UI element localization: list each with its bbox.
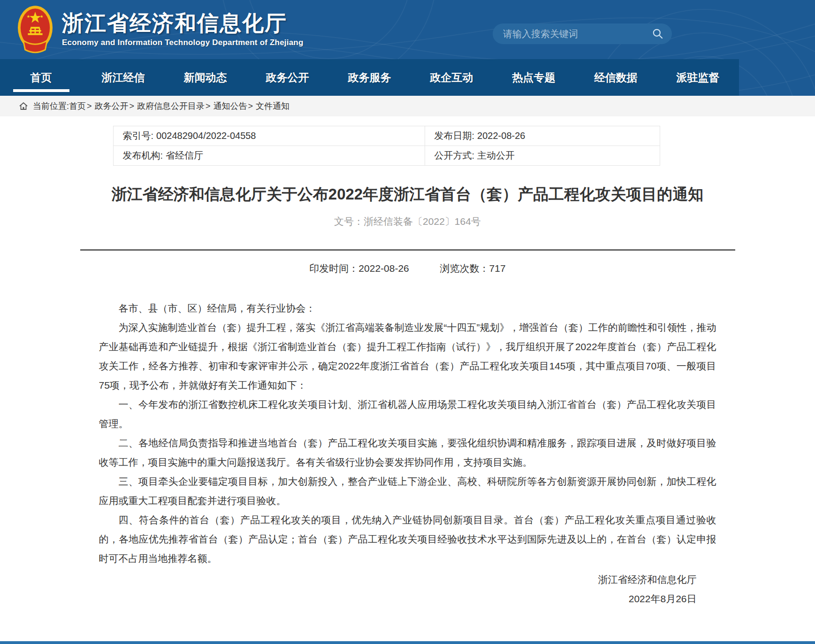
info-value: 002482904/2022-04558: [156, 130, 256, 141]
site-banner: ★ ★ 浙江省经济和信息化厅 Economy and Information T…: [0, 0, 815, 96]
article-paragraph: 二、各地经信局负责指导和推进当地首台（套）产品工程化攻关项目实施，要强化组织协调…: [99, 433, 716, 472]
doc-info-table: 索引号:002482904/2022-04558 发布日期:2022-08-26…: [113, 126, 660, 166]
info-label: 公开方式:: [434, 150, 475, 161]
footer-top-strip: [0, 641, 815, 644]
breadcrumb-item-info-catalog[interactable]: 政府信息公开目录: [137, 100, 205, 112]
signature-block: 浙江省经济和信息化厅 2022年8月26日: [99, 570, 716, 608]
site-header: ★ ★ 浙江省经济和信息化厅 Economy and Information T…: [0, 0, 815, 59]
main-nav: 首页 浙江经信 新闻动态 政务公开 政务服务 政企互动 热点专题 经信数据: [0, 59, 739, 96]
nav-item-gov-services[interactable]: 政务服务: [328, 59, 411, 96]
article-meta: 印发时间：2022-08-26 浏览次数：717: [99, 262, 716, 275]
info-label: 索引号:: [123, 130, 154, 141]
svg-text:★: ★: [26, 14, 30, 19]
national-emblem-icon: ★ ★: [17, 5, 53, 54]
nav-item-label: 新闻动态: [184, 70, 227, 85]
home-icon: [19, 101, 28, 111]
nav-item-label: 经信数据: [594, 70, 638, 85]
search-icon[interactable]: [651, 27, 664, 40]
nav-item-gov-enterprise[interactable]: 政企互动: [411, 59, 493, 96]
breadcrumb-item-home[interactable]: 首页: [69, 100, 86, 112]
doc-number-label: 文号：: [334, 216, 364, 227]
article-paragraph: 各市、县（市、区）经信局，有关行业协会：: [99, 299, 716, 318]
nav-item-zhejiang-jingxin[interactable]: 浙江经信: [82, 59, 164, 96]
nav-item-home[interactable]: 首页: [0, 59, 82, 96]
signature-org: 浙江省经济和信息化厅: [99, 570, 697, 589]
breadcrumb: 当前位置: 首页 > 政务公开 > 政府信息公开目录 > 通知公告 > 文件通知: [0, 96, 815, 116]
views-label: 浏览次数：: [440, 263, 489, 274]
views-value: 717: [489, 263, 506, 274]
table-row: 索引号:002482904/2022-04558 发布日期:2022-08-26: [113, 126, 660, 146]
breadcrumb-separator: >: [206, 101, 211, 111]
breadcrumb-separator: >: [129, 101, 135, 111]
article-paragraph: 四、符合条件的首台（套）产品工程化攻关的项目，优先纳入产业链协同创新项目目录。首…: [99, 510, 716, 568]
search-input[interactable]: [502, 28, 651, 40]
nav-active-indicator: [13, 89, 69, 92]
article-title: 浙江省经济和信息化厅关于公布2022年度浙江省首台（套）产品工程化攻关项目的通知: [104, 184, 712, 205]
print-date-label: 印发时间：: [309, 263, 358, 274]
nav-item-label: 政务服务: [348, 70, 391, 85]
breadcrumb-separator: >: [87, 101, 92, 111]
department-identity: 浙江省经济和信息化厅 Economy and Information Techn…: [62, 12, 304, 47]
info-value: 主动公开: [477, 150, 515, 161]
doc-number-value: 浙经信装备〔2022〕164号: [364, 216, 481, 227]
article-body: 各市、县（市、区）经信局，有关行业协会： 为深入实施制造业首台（套）提升工程，落…: [99, 299, 716, 568]
breadcrumb-separator: >: [248, 101, 253, 111]
breadcrumb-item-gov-disclosure[interactable]: 政务公开: [95, 100, 129, 112]
info-value: 省经信厅: [166, 150, 203, 161]
nav-item-news[interactable]: 新闻动态: [164, 59, 246, 96]
nav-item-jingxin-data[interactable]: 经信数据: [575, 59, 657, 96]
nav-item-hot-topics[interactable]: 热点专题: [493, 59, 575, 96]
nav-item-gov-disclosure[interactable]: 政务公开: [246, 59, 328, 96]
nav-item-label: 派驻监督: [677, 70, 720, 85]
nav-item-supervision[interactable]: 派驻监督: [657, 59, 739, 96]
info-cell-disclosure-mode: 公开方式:主动公开: [425, 146, 660, 166]
info-cell-publisher: 发布机构:省经信厅: [113, 146, 425, 166]
nav-item-label: 首页: [30, 70, 52, 85]
nav-item-label: 热点专题: [512, 70, 556, 85]
search-box: [493, 23, 672, 44]
info-cell-publish-date: 发布日期:2022-08-26: [425, 126, 660, 146]
nav-item-label: 浙江经信: [102, 70, 145, 85]
table-row: 发布机构:省经信厅 公开方式:主动公开: [113, 146, 660, 166]
signature-date: 2022年8月26日: [99, 589, 697, 608]
info-label: 发布机构:: [123, 150, 163, 161]
article-paragraph: 一、今年发布的浙江省数控机床工程化攻关项目计划、浙江省机器人应用场景工程化攻关项…: [99, 395, 716, 433]
info-cell-index-number: 索引号:002482904/2022-04558: [113, 126, 425, 146]
breadcrumb-item-notices[interactable]: 通知公告: [213, 100, 247, 112]
nav-item-label: 政企互动: [430, 70, 473, 85]
print-date-value: 2022-08-26: [358, 263, 409, 274]
article-container: 索引号:002482904/2022-04558 发布日期:2022-08-26…: [99, 126, 716, 608]
info-label: 发布日期:: [434, 130, 475, 141]
doc-number: 文号：浙经信装备〔2022〕164号: [99, 215, 716, 228]
breadcrumb-item-document-notice[interactable]: 文件通知: [256, 100, 289, 112]
svg-text:★: ★: [40, 14, 44, 19]
breadcrumb-prefix: 当前位置:: [33, 100, 69, 112]
info-value: 2022-08-26: [477, 130, 525, 141]
page: ★ ★ 浙江省经济和信息化厅 Economy and Information T…: [0, 0, 815, 644]
article-paragraph: 三、项目牵头企业要锚定项目目标，加大创新投入，整合产业链上下游企业、高校、科研院…: [99, 472, 716, 510]
title-divider: [80, 249, 735, 251]
site-title: 浙江省经济和信息化厅: [62, 12, 304, 34]
nav-item-label: 政务公开: [266, 70, 309, 85]
site-subtitle: Economy and Information Technology Depar…: [62, 38, 304, 47]
article-paragraph: 为深入实施制造业首台（套）提升工程，落实《浙江省高端装备制造业发展“十四五”规划…: [99, 318, 716, 395]
